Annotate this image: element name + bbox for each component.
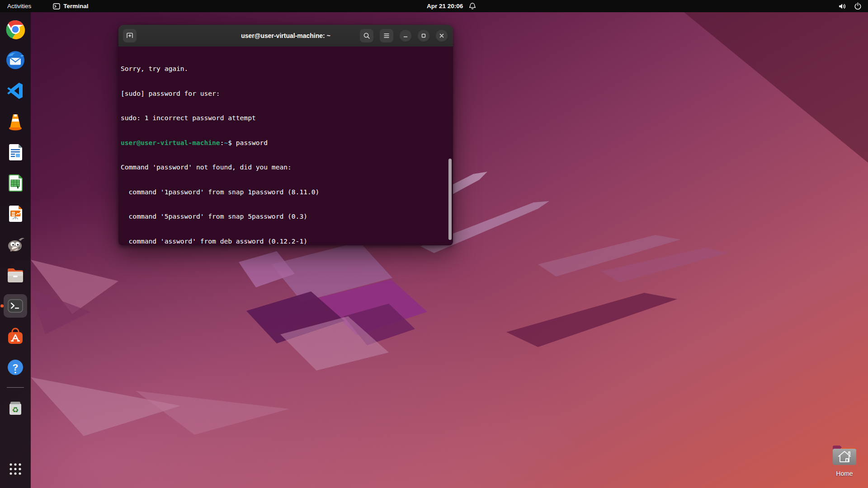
dock-item-thunderbird[interactable]: [4, 48, 27, 72]
libreoffice-writer-icon: [5, 142, 25, 162]
home-label: Home: [829, 470, 860, 477]
dock-item-libreoffice-calc[interactable]: [4, 171, 27, 195]
libreoffice-calc-icon: [5, 173, 25, 193]
terminal-scrollbar[interactable]: [448, 159, 452, 240]
terminal-window: user@user-virtual-machine: ~ Sorry, try …: [118, 25, 453, 245]
volume-icon: [838, 3, 846, 10]
top-bar: Activities Terminal Apr 21 20:06: [0, 0, 868, 12]
thunderbird-icon: [5, 50, 25, 70]
dock-item-libreoffice-impress[interactable]: [4, 202, 27, 225]
close-button[interactable]: [436, 30, 448, 42]
running-indicator-dot: [0, 305, 4, 308]
help-icon: ?: [5, 357, 25, 377]
clock-menu[interactable]: Apr 21 20:06: [427, 0, 476, 12]
dock-item-files[interactable]: [4, 263, 27, 287]
system-menu[interactable]: [832, 0, 868, 12]
ubuntu-software-icon: [5, 327, 25, 347]
terminal-line: sudo: 1 incorrect password attempt: [121, 114, 448, 122]
clock-label: Apr 21 20:06: [427, 3, 463, 9]
menu-button[interactable]: [380, 29, 393, 42]
focused-app-indicator[interactable]: Terminal: [49, 0, 92, 12]
minimize-button[interactable]: [400, 30, 411, 42]
chrome-icon: [5, 19, 25, 39]
terminal-line: [sudo] password for user:: [121, 89, 448, 98]
trash-icon: ♻: [5, 398, 25, 418]
dock-item-vscode[interactable]: [4, 79, 27, 103]
terminal-line: command '5password' from snap 5password …: [121, 212, 448, 221]
home-folder-icon: [831, 443, 858, 467]
terminal-line: Sorry, try again.: [121, 65, 448, 73]
app-grid-icon: [8, 461, 23, 477]
files-icon: [5, 265, 25, 285]
power-icon: [854, 2, 862, 10]
gimp-icon: [5, 235, 25, 254]
terminal-prompt-line: user@user-virtual-machine:~$ password: [121, 139, 448, 147]
search-button[interactable]: [360, 29, 373, 42]
dock-item-libreoffice-writer[interactable]: [4, 141, 27, 164]
dock-item-trash[interactable]: ♻: [4, 396, 27, 419]
terminal-titlebar[interactable]: user@user-virtual-machine: ~: [118, 25, 453, 47]
vscode-icon: [5, 81, 25, 101]
terminal-line: command 'assword' from deb assword (0.12…: [121, 237, 448, 245]
dock-divider: [7, 387, 24, 388]
svg-text:♻: ♻: [12, 406, 19, 414]
dock-item-app-grid[interactable]: [4, 457, 27, 481]
dock-item-terminal[interactable]: [4, 294, 27, 318]
vlc-icon: [5, 112, 25, 131]
bell-icon: [469, 2, 476, 10]
terminal-output: Sorry, try again. [sudo] password for us…: [118, 47, 453, 245]
new-tab-button[interactable]: [123, 29, 137, 42]
dock-item-vlc[interactable]: [4, 110, 27, 133]
maximize-button[interactable]: [418, 30, 429, 42]
terminal-line: command '1password' from snap 1password …: [121, 188, 448, 196]
window-title: user@user-virtual-machine: ~: [241, 32, 330, 39]
top-bar-left: Activities Terminal: [0, 0, 92, 12]
dock-item-gimp[interactable]: [4, 233, 27, 256]
home-shortcut[interactable]: Home: [829, 443, 860, 477]
window-controls: [360, 29, 448, 42]
terminal-icon: [5, 296, 25, 316]
dock-item-help[interactable]: ?: [4, 356, 27, 379]
prompt-user-host: user@user-virtual-machine: [121, 139, 220, 146]
libreoffice-impress-icon: [5, 204, 25, 224]
prompt-path: ~: [224, 139, 228, 146]
dock-item-ubuntu-software[interactable]: [4, 325, 27, 348]
dock: ? ♻: [0, 12, 31, 488]
activities-button[interactable]: Activities: [0, 0, 38, 12]
focused-app-label: Terminal: [63, 3, 88, 9]
terminal-line: Command 'password' not found, did you me…: [121, 163, 448, 171]
command-text: password: [236, 139, 268, 146]
dock-item-chrome[interactable]: [4, 18, 27, 41]
terminal-icon: [53, 3, 60, 9]
svg-text:?: ?: [13, 362, 19, 372]
